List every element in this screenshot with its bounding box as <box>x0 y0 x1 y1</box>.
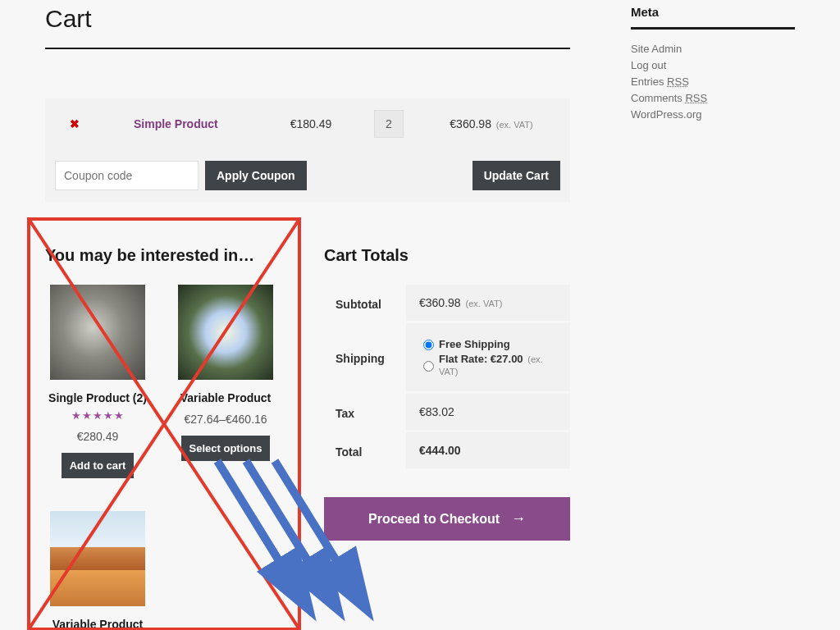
product-image <box>50 511 145 606</box>
cart-table: ✖ Simple Product €180.49 €360.98 (ex. VA… <box>45 98 570 202</box>
meta-link-comments-rss[interactable]: Comments RSS <box>631 92 795 104</box>
remove-item-icon[interactable]: ✖ <box>69 118 80 130</box>
cart-totals-heading: Cart Totals <box>324 246 570 265</box>
cart-item-price: €180.49 <box>270 117 352 130</box>
title-divider <box>45 48 570 49</box>
shipping-flat-radio[interactable] <box>423 361 434 372</box>
shipping-free-label: Free Shipping <box>439 338 510 350</box>
proceed-to-checkout-button[interactable]: Proceed to Checkout → <box>324 497 570 541</box>
total-label: Total <box>324 434 406 470</box>
meta-divider <box>631 27 795 30</box>
meta-link-site-admin[interactable]: Site Admin <box>631 43 795 55</box>
page-title: Cart <box>45 0 570 33</box>
tax-label: Tax <box>324 395 406 431</box>
shipping-label: Shipping <box>324 340 406 377</box>
meta-heading: Meta <box>631 5 795 19</box>
tax-value: €83.02 <box>406 394 570 430</box>
meta-sidebar: Meta Site Admin Log out Entries RSS Comm… <box>631 0 795 125</box>
meta-link-log-out[interactable]: Log out <box>631 59 795 71</box>
shipping-free-radio[interactable] <box>423 340 434 350</box>
update-cart-button[interactable]: Update Cart <box>472 161 560 190</box>
cart-item-row: ✖ Simple Product €180.49 €360.98 (ex. VA… <box>45 98 570 149</box>
product-name: Single Product (2) <box>45 391 150 404</box>
product-image <box>50 285 145 380</box>
meta-link-wordpress[interactable]: WordPress.org <box>631 108 795 121</box>
product-name: Variable Product (2) <box>45 618 150 630</box>
cart-item-name[interactable]: Simple Product <box>134 117 270 130</box>
cross-sells-section: You may be interested in… Single Product… <box>45 246 291 630</box>
product-price: €27.64–€460.16 <box>173 413 278 426</box>
total-value: €444.00 <box>406 432 570 468</box>
product-price: €280.49 <box>45 430 150 443</box>
product-card[interactable]: Single Product (2) ★★★★★ €280.49 Add to … <box>45 285 150 478</box>
product-card[interactable]: Variable Product (2) <box>45 511 150 630</box>
cart-totals-section: Cart Totals Subtotal €360.98 (ex. VAT) S… <box>291 246 570 630</box>
add-to-cart-button[interactable]: Add to cart <box>62 453 135 478</box>
arrow-right-icon: → <box>511 510 526 527</box>
shipping-options: Free Shipping Flat Rate: €27.00 (ex. VAT… <box>406 323 570 391</box>
coupon-input[interactable] <box>55 161 199 190</box>
select-options-button[interactable]: Select options <box>181 436 271 461</box>
cross-sells-heading: You may be interested in… <box>45 246 291 265</box>
shipping-flat-label: Flat Rate: €27.00 (ex. VAT) <box>439 353 557 377</box>
star-rating-icon: ★★★★★ <box>45 409 150 422</box>
product-card[interactable]: Variable Product €27.64–€460.16 Select o… <box>173 285 278 478</box>
subtotal-label: Subtotal <box>324 286 406 322</box>
cart-actions-row: Apply Coupon Update Cart <box>45 149 570 202</box>
subtotal-value: €360.98 (ex. VAT) <box>406 285 570 321</box>
quantity-input[interactable] <box>374 110 404 138</box>
cart-item-subtotal: €360.98 (ex. VAT) <box>426 117 557 130</box>
product-image <box>178 285 273 380</box>
product-name: Variable Product <box>173 391 278 404</box>
meta-link-entries-rss[interactable]: Entries RSS <box>631 75 795 88</box>
apply-coupon-button[interactable]: Apply Coupon <box>205 161 307 190</box>
